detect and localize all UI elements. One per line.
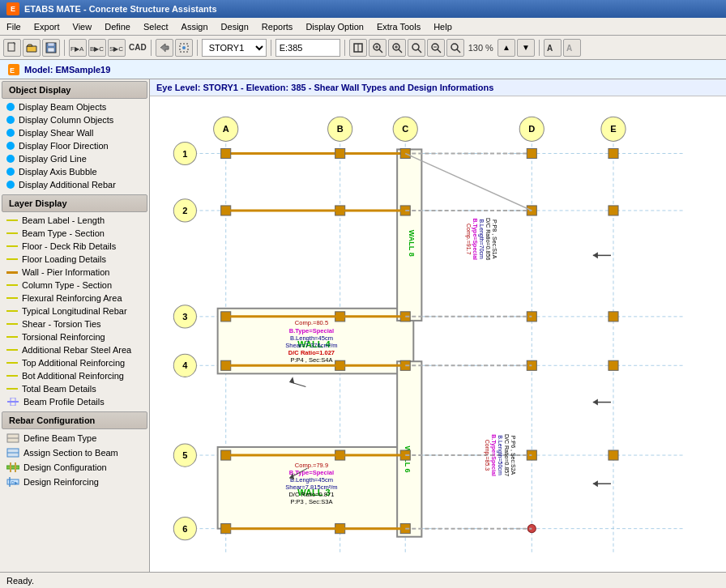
toolbar-zoom-fit[interactable]: [369, 39, 386, 57]
toolbar-new[interactable]: [3, 39, 21, 57]
status-text: Ready.: [6, 576, 34, 586]
wall-pier-item[interactable]: Wall - Pier Information: [0, 266, 149, 279]
svg-point-24: [451, 44, 458, 50]
svg-text:2: 2: [182, 206, 187, 215]
display-column-objects-item[interactable]: Display Column Objects: [0, 113, 149, 126]
total-beam-item[interactable]: Total Beam Details: [0, 382, 149, 395]
typical-dash: [6, 310, 18, 312]
toolbar-select[interactable]: [175, 39, 193, 57]
flexural-reinforcing-item[interactable]: Flexural Reinforcing Area: [0, 292, 149, 305]
assign-section-beam-item[interactable]: Assign Section to Beam: [0, 445, 149, 460]
toolbar-btn-fa[interactable]: F▶A: [69, 39, 87, 57]
svg-text:D/C Ratio=0.857: D/C Ratio=0.857: [504, 434, 510, 476]
beam-label-length-item[interactable]: Beam Label - Length: [0, 214, 149, 227]
menu-file[interactable]: File: [0, 19, 28, 34]
toolbar-font2[interactable]: A: [563, 39, 581, 57]
floor-deck-rib-item[interactable]: Floor - Deck Rib Details: [0, 240, 149, 253]
svg-text:C: C: [402, 124, 408, 134]
toolbar-open[interactable]: [23, 39, 41, 57]
display-beam-objects-item[interactable]: Display Beam Objects: [0, 100, 149, 113]
canvas-area: Eye Level: STORY1 - Elevation: 385 - She…: [150, 79, 726, 572]
bot-additional-item[interactable]: Bot Additional Reinforcing: [0, 369, 149, 382]
design-reinforcing-icon: D▶: [6, 477, 19, 487]
additional-rebar-steel-item[interactable]: Additional Rebar Steel Area: [0, 343, 149, 356]
svg-line-22: [438, 49, 441, 53]
assign-section-icon: [6, 448, 19, 458]
total-beam-dash: [6, 388, 18, 390]
toolbar-sep6: [539, 40, 540, 56]
toolbar-zoom-prev[interactable]: [446, 39, 464, 57]
menu-extra-tools[interactable]: Extra Tools: [370, 19, 427, 34]
svg-text:B.Type=Special: B.Type=Special: [289, 469, 334, 476]
torsional-text: Torsional Reinforcing: [22, 332, 105, 342]
display-floor-direction-item[interactable]: Display Floor Direction: [0, 139, 149, 152]
model-bar: E Model: EMSample19: [0, 60, 726, 79]
svg-text:D: D: [528, 124, 535, 134]
column-type-item[interactable]: Column Type - Section: [0, 279, 149, 292]
toolbar-save[interactable]: [42, 39, 60, 57]
menu-design[interactable]: Design: [215, 19, 255, 34]
menu-select[interactable]: Select: [137, 19, 175, 34]
svg-text:F▶A: F▶A: [70, 45, 84, 53]
toolbar: F▶A B▶C S▶C CAD STORY1 130 % ▲ ▼ A A: [0, 36, 726, 60]
define-beam-type-item[interactable]: Define Beam Type: [0, 431, 149, 445]
typical-longitudinal-item[interactable]: Typical Longitudinal Rebar: [0, 305, 149, 317]
toolbar-font1[interactable]: A: [544, 39, 562, 57]
display-grid-line-item[interactable]: Display Grid Line: [0, 152, 149, 165]
design-reinforcing-item[interactable]: D▶ Design Reinforcing: [0, 475, 149, 489]
svg-text:D/C Ratio=0.856: D/C Ratio=0.856: [485, 218, 491, 260]
toolbar-arrow[interactable]: [156, 39, 173, 57]
svg-text:B.Length=50cm: B.Length=50cm: [497, 435, 503, 475]
toolbar-zoom-area[interactable]: [408, 39, 425, 57]
floor-loading-item[interactable]: Floor Loading Details: [0, 253, 149, 266]
menu-define[interactable]: Define: [98, 19, 137, 34]
toolbar-plan-view[interactable]: [349, 39, 367, 57]
beam-profile-item[interactable]: Beam Profile Details: [0, 395, 149, 408]
shear-torsion-dash: [6, 323, 18, 325]
menu-assign[interactable]: Assign: [175, 19, 215, 34]
flexural-text: Flexural Reinforcing Area: [22, 293, 122, 303]
rebar-config-header[interactable]: Rebar Configuration: [2, 411, 147, 429]
display-rebar-dot: [6, 181, 15, 189]
elevation-input[interactable]: [275, 39, 340, 57]
menu-display-option[interactable]: Display Option: [299, 19, 370, 34]
toolbar-btn-cad[interactable]: S▶C: [108, 39, 126, 57]
toolbar-zoom-out[interactable]: [427, 39, 445, 57]
display-axis-bubble-item[interactable]: Display Axis Bubble: [0, 165, 149, 178]
design-configuration-item[interactable]: Design Configuration: [0, 460, 149, 475]
toolbar-zoom-in[interactable]: [388, 39, 406, 57]
toolbar-sep4: [271, 40, 271, 56]
story-dropdown[interactable]: STORY1: [202, 39, 267, 57]
display-floor-dot: [6, 142, 15, 150]
object-display-header[interactable]: Object Display: [2, 81, 147, 99]
toolbar-zoom-inc[interactable]: ▲: [498, 39, 515, 57]
additional-rebar-dash: [6, 349, 18, 351]
svg-text:B.Length=70cm: B.Length=70cm: [478, 219, 485, 259]
svg-text:Comp.=79.9: Comp.=79.9: [295, 462, 328, 469]
layer-display-header[interactable]: Layer Display: [2, 194, 147, 212]
beam-type-dash: [6, 232, 18, 234]
main-layout: Object Display Display Beam Objects Disp…: [0, 79, 726, 572]
menu-help[interactable]: Help: [427, 19, 459, 34]
toolbar-btn-bc[interactable]: B▶C: [88, 39, 106, 57]
top-additional-item[interactable]: Top Additional Reinforcing: [0, 356, 149, 369]
toolbar-sep3: [197, 40, 198, 56]
beam-type-text: Beam Type - Section: [22, 228, 105, 238]
display-additional-rebar-item[interactable]: Display Additional Rebar: [0, 178, 149, 191]
torsional-reinforcing-item[interactable]: Torsional Reinforcing: [0, 330, 149, 343]
model-icon: E: [6, 62, 21, 77]
beam-type-section-item[interactable]: Beam Type - Section: [0, 227, 149, 240]
total-beam-text: Total Beam Details: [22, 384, 96, 394]
design-reinforcing-label: Design Reinforcing: [23, 477, 99, 487]
svg-text:S▶C: S▶C: [109, 45, 123, 53]
menu-view[interactable]: View: [66, 19, 99, 34]
display-shear-wall-item[interactable]: Display Shear Wall: [0, 126, 149, 139]
display-beam-dot: [6, 103, 15, 111]
toolbar-zoom-dec[interactable]: ▼: [517, 39, 535, 57]
menu-reports[interactable]: Reports: [255, 19, 300, 34]
menu-export[interactable]: Export: [28, 19, 66, 34]
shear-torsion-item[interactable]: Shear - Torsion Ties: [0, 317, 149, 330]
svg-text:6: 6: [182, 524, 187, 534]
svg-text:B▶C: B▶C: [90, 45, 104, 53]
svg-text:A: A: [547, 44, 553, 53]
